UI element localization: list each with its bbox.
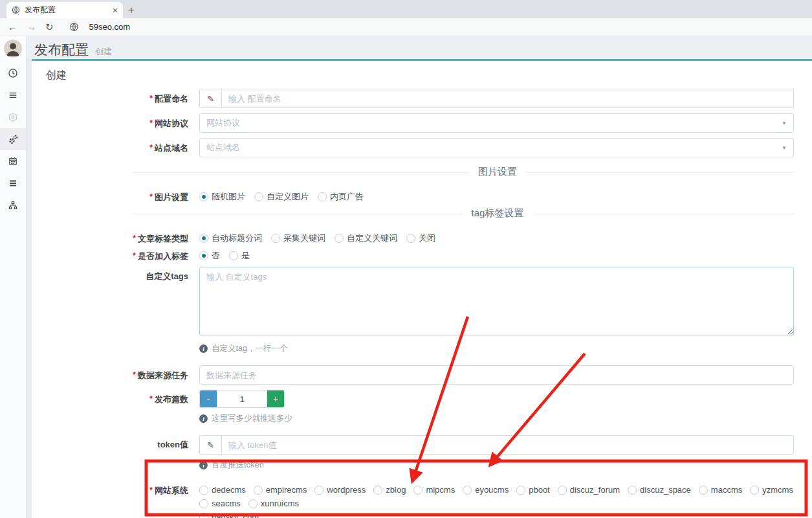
radio-sys-xunruicms[interactable]: xunruicms — [248, 499, 299, 508]
tag-type-label: *文章标签类型 — [32, 233, 188, 244]
tab-title: 发布配置 — [25, 5, 108, 16]
forward-button-icon[interactable]: → — [27, 22, 36, 32]
token-help: i 百度推送token — [199, 460, 794, 471]
radio-sys-zblog[interactable]: zblog — [373, 485, 406, 495]
stepper-plus-button[interactable]: + — [267, 390, 284, 407]
config-name-input[interactable] — [222, 89, 793, 107]
add-tag-label: *是否加入标签 — [32, 251, 188, 262]
section-title-image: 图片设置 — [469, 166, 526, 178]
radio-circle — [750, 486, 759, 495]
user-avatar[interactable] — [4, 39, 22, 58]
history-clock-icon — [8, 68, 18, 78]
config-name-label: *配置命名 — [32, 93, 188, 104]
radio-sys-wordpress[interactable]: wordpress — [314, 485, 366, 495]
radio-circle — [229, 251, 238, 260]
publish-count-stepper: - + — [199, 390, 285, 408]
row-custom-tags: 自定义tags — [32, 267, 794, 338]
token-input[interactable] — [222, 436, 793, 454]
refresh-button-icon[interactable]: ↻ — [45, 22, 54, 32]
required-mark: * — [149, 118, 153, 128]
page-title: 发布配置 — [34, 41, 89, 59]
sidebar-item-calendar[interactable] — [0, 150, 26, 172]
url-globe-icon — [69, 22, 79, 32]
publish-count-label: *发布篇数 — [32, 394, 188, 405]
main-area: 发布配置 创建 创建 *配置命名 ✎ — [27, 36, 812, 518]
new-tab-button[interactable]: + — [123, 2, 140, 18]
protocol-placeholder: 网站协议 — [206, 117, 782, 129]
required-mark: * — [149, 94, 153, 103]
create-card: 创建 *配置命名 ✎ *网站协议 — [32, 59, 812, 518]
stepper-minus-button[interactable]: - — [200, 390, 217, 407]
radio-sys-empirecms[interactable]: empirecms — [254, 485, 307, 495]
radio-circle — [335, 234, 344, 243]
radio-circle — [318, 192, 327, 201]
radio-sys-seacms[interactable]: seacms — [199, 499, 241, 508]
screen: 发布配置 × + ← → ↻ 59seo.com — [0, 0, 812, 518]
radio-image-random[interactable]: 随机图片 — [199, 191, 245, 203]
publish-config-form: *配置命名 ✎ *网站协议 网站协议 — [32, 89, 812, 518]
radio-sys-pboot[interactable]: pboot — [516, 485, 550, 495]
section-title-tag: tag标签设置 — [463, 207, 533, 220]
app-body: 发布配置 创建 创建 *配置命名 ✎ — [0, 36, 812, 518]
card-title: 创建 — [46, 69, 812, 82]
radio-image-custom[interactable]: 自定义图片 — [254, 191, 309, 203]
row-site-system: *网站系统 dedecms empirecms wordpress zblog … — [32, 485, 794, 518]
radio-circle — [558, 486, 567, 495]
pencil-icon: ✎ — [200, 436, 222, 454]
radio-image-inner-ad[interactable]: 内页广告 — [318, 191, 364, 203]
protocol-select[interactable]: 网站协议 ▼ — [199, 113, 794, 133]
radio-circle — [463, 486, 472, 495]
radio-tag-custom-keyword[interactable]: 自定义关键词 — [335, 232, 397, 244]
row-token: token值 ✎ — [32, 435, 794, 455]
radio-sys-maccms[interactable]: maccms — [699, 485, 742, 495]
radio-circle — [516, 486, 525, 495]
data-source-label: *数据来源任务 — [32, 370, 188, 381]
radio-add-tag-no[interactable]: 否 — [199, 250, 220, 262]
radio-circle — [406, 234, 415, 243]
radio-circle — [628, 486, 637, 495]
radio-sys-yzmcms[interactable]: yzmcms — [750, 485, 793, 495]
radio-sys-eyoucms[interactable]: eyoucms — [463, 485, 509, 495]
radio-sys-hadsky-com[interactable]: hadsky_com — [199, 512, 259, 518]
required-mark: * — [133, 370, 136, 379]
address-bar-url[interactable]: 59seo.com — [89, 22, 131, 32]
sidebar-item-sitemap[interactable] — [0, 194, 26, 216]
sidebar-item-history[interactable] — [0, 62, 26, 84]
section-divider-image: 图片设置 — [133, 172, 794, 173]
row-data-source: *数据来源任务 — [32, 365, 794, 385]
publish-count-input[interactable] — [217, 390, 267, 407]
row-add-tag: *是否加入标签 否 是 — [32, 250, 794, 262]
data-source-input[interactable] — [199, 365, 794, 385]
radio-sys-discuz-space[interactable]: discuz_space — [628, 485, 691, 495]
row-protocol: *网站协议 网站协议 ▼ — [32, 113, 794, 133]
sidebar-item-menu[interactable] — [0, 84, 26, 106]
browser-toolbar: ← → ↻ 59seo.com — [0, 18, 812, 36]
radio-sys-discuz-forum[interactable]: discuz_forum — [558, 485, 620, 495]
radio-sys-dedecms[interactable]: dedecms — [199, 485, 246, 495]
radio-add-tag-yes[interactable]: 是 — [229, 250, 250, 262]
list-icon — [8, 178, 18, 188]
radio-sys-mipcms[interactable]: mipcms — [413, 485, 455, 495]
sidebar-item-list[interactable] — [0, 172, 26, 194]
sidebar-item-hexagon[interactable] — [0, 106, 26, 128]
radio-tag-off[interactable]: 关闭 — [406, 232, 435, 244]
radio-tag-collect-keyword[interactable]: 采集关键词 — [271, 232, 325, 244]
row-image-setting: *图片设置 随机图片 自定义图片 内页广告 — [32, 191, 794, 203]
image-setting-label: *图片设置 — [32, 192, 188, 203]
tab-close-icon[interactable]: × — [113, 6, 118, 15]
back-button-icon[interactable]: ← — [8, 22, 17, 32]
required-mark: * — [149, 192, 153, 201]
domain-placeholder: 站点域名 — [206, 142, 782, 153]
sidebar-item-settings[interactable] — [0, 128, 26, 150]
site-system-label: *网站系统 — [32, 485, 188, 496]
required-mark: * — [149, 143, 153, 152]
domain-select[interactable]: 站点域名 ▼ — [199, 138, 794, 157]
required-mark: * — [149, 394, 153, 403]
custom-tags-textarea[interactable] — [199, 267, 794, 335]
browser-tab[interactable]: 发布配置 × — [6, 2, 123, 18]
token-inputgroup: ✎ — [199, 435, 794, 455]
hexagon-icon — [8, 112, 18, 122]
radio-tag-auto-title[interactable]: 自动标题分词 — [199, 232, 262, 244]
radio-circle — [314, 486, 324, 495]
custom-tags-help: i 自定义tag，一行一个 — [199, 343, 794, 354]
